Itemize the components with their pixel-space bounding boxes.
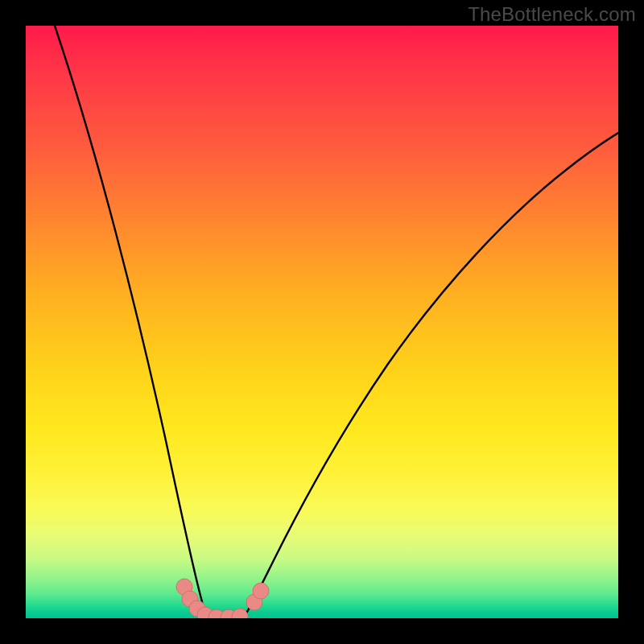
valley-markers xyxy=(176,579,269,618)
chart-frame: TheBottleneck.com xyxy=(0,0,644,644)
curve-layer xyxy=(26,26,618,618)
curve-right-branch xyxy=(243,133,618,618)
plot-area xyxy=(26,26,618,618)
curve-left-branch xyxy=(55,26,208,618)
marker-dot xyxy=(232,609,248,618)
marker-dot xyxy=(253,583,269,599)
watermark-text: TheBottleneck.com xyxy=(468,3,636,26)
